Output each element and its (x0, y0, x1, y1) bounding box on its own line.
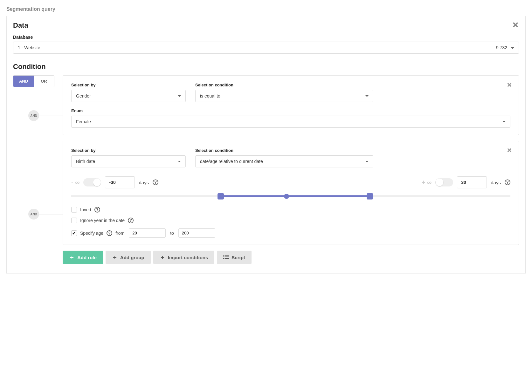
from-label: from (115, 231, 124, 236)
invert-label: Invert (80, 207, 91, 212)
selection-condition-value: date/age relative to current date (200, 159, 263, 164)
enum-value: Female (76, 119, 91, 124)
list-icon (223, 255, 229, 260)
caret-down-icon (502, 121, 506, 123)
data-section-title: Data (13, 21, 28, 30)
selection-by-label: Selection by (71, 148, 186, 153)
help-icon[interactable]: ? (153, 179, 158, 185)
neg-infinity-label: - ∞ (71, 179, 79, 186)
rule-card-birthdate: Selection by Birth date Selection condit… (63, 141, 519, 245)
selection-by-select[interactable]: Birth date (71, 155, 186, 167)
selection-condition-value: is equal to (200, 93, 220, 98)
caret-down-icon (365, 161, 369, 162)
invert-checkbox[interactable] (71, 207, 77, 213)
neg-infinity-toggle[interactable] (83, 178, 101, 186)
and-node: AND (28, 110, 39, 121)
help-icon[interactable]: ? (107, 230, 112, 236)
age-from-input[interactable] (129, 228, 166, 238)
database-select[interactable]: 1 - Website 9 732 (13, 42, 519, 54)
unit-label: days (139, 180, 149, 185)
database-count: 9 732 (496, 45, 507, 50)
age-to-input[interactable] (178, 228, 215, 238)
close-icon[interactable] (507, 147, 512, 154)
specify-age-label: Specify age (80, 231, 103, 236)
help-icon[interactable]: ? (505, 179, 510, 185)
slider-handle-right[interactable] (367, 193, 373, 199)
selection-by-value: Birth date (76, 159, 95, 164)
condition-section-title: Condition (13, 63, 519, 71)
add-rule-button[interactable]: ＋ Add rule (63, 251, 103, 264)
pos-infinity-toggle[interactable] (435, 178, 453, 186)
ignore-year-label: Ignore year in the date (80, 218, 125, 223)
enum-label: Enum (71, 108, 510, 113)
selection-condition-select[interactable]: is equal to (195, 90, 373, 102)
and-node: AND (28, 209, 39, 220)
plus-icon: ＋ (112, 254, 118, 260)
import-conditions-button[interactable]: ＋ Import conditions (153, 251, 215, 264)
action-buttons: ＋ Add rule ＋ Add group ＋ Import conditio… (63, 251, 519, 264)
selection-by-value: Gender (76, 93, 91, 98)
database-field-label: Database (13, 35, 519, 40)
svg-rect-4 (223, 258, 224, 259)
import-label: Import conditions (168, 255, 208, 260)
help-icon[interactable]: ? (94, 207, 100, 213)
caret-down-icon (511, 47, 514, 49)
slider-center-marker (284, 194, 289, 199)
range-from-input[interactable] (105, 176, 135, 188)
caret-down-icon (178, 161, 181, 162)
database-value: 1 - Website (18, 45, 40, 50)
to-label: to (170, 231, 174, 236)
add-rule-label: Add rule (77, 255, 97, 260)
script-button[interactable]: Script (217, 251, 252, 264)
add-group-label: Add group (120, 255, 144, 260)
svg-rect-0 (223, 255, 224, 255)
logic-or-button[interactable]: OR (34, 76, 54, 87)
ignore-year-checkbox[interactable] (71, 218, 77, 223)
close-icon[interactable] (512, 21, 519, 30)
slider-handle-left[interactable] (218, 193, 224, 199)
caret-down-icon (178, 95, 181, 97)
logic-toggle: AND OR (13, 75, 54, 87)
plus-icon: ＋ (69, 254, 75, 260)
pos-infinity-label: + ∞ (422, 179, 432, 186)
date-range-slider[interactable] (71, 194, 510, 199)
plus-icon: ＋ (160, 254, 165, 260)
help-icon[interactable]: ? (128, 218, 134, 223)
unit-label: days (491, 180, 501, 185)
range-to-input[interactable] (457, 176, 487, 188)
selection-by-label: Selection by (71, 83, 186, 87)
segmentation-card: Data Database 1 - Website 9 732 Conditio… (6, 16, 526, 274)
specify-age-checkbox[interactable]: ✔ (71, 230, 77, 236)
rule-card-gender: Selection by Gender Selection condition … (63, 75, 519, 135)
selection-condition-select[interactable]: date/age relative to current date (195, 155, 373, 167)
caret-down-icon (365, 95, 369, 97)
svg-rect-3 (225, 256, 229, 257)
add-group-button[interactable]: ＋ Add group (106, 251, 151, 264)
script-label: Script (231, 255, 245, 260)
selection-condition-label: Selection condition (195, 83, 373, 87)
selection-by-select[interactable]: Gender (71, 90, 186, 102)
svg-rect-1 (225, 255, 229, 255)
selection-condition-label: Selection condition (195, 148, 373, 153)
enum-select[interactable]: Female (71, 116, 510, 128)
close-icon[interactable] (507, 82, 512, 89)
svg-rect-2 (223, 256, 224, 257)
logic-and-button[interactable]: AND (13, 76, 34, 87)
svg-rect-5 (225, 258, 229, 259)
page-title: Segmentation query (6, 6, 526, 12)
